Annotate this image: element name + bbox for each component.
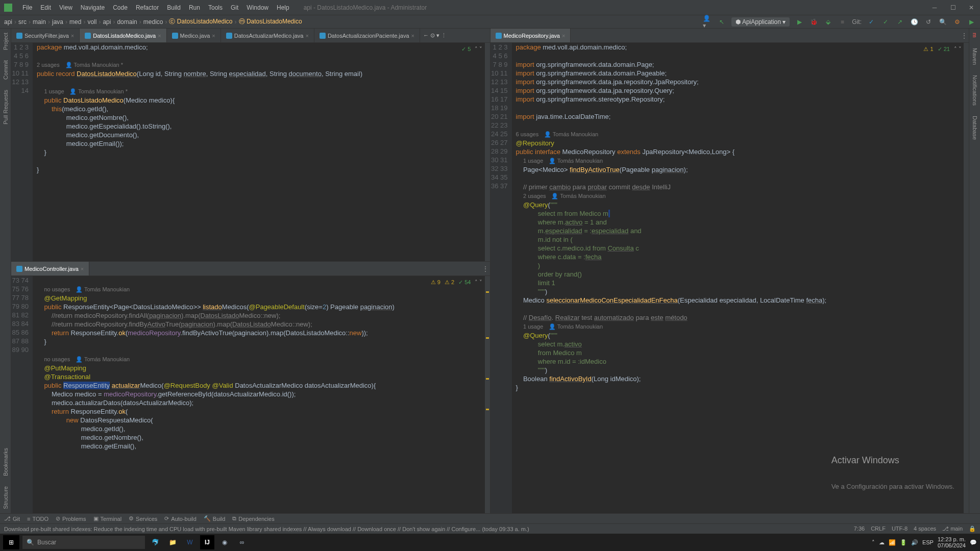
menu-code[interactable]: Code bbox=[109, 4, 132, 11]
editor-right[interactable]: ⚠ 1✓ 21˄ ˅ 1 2 3 4 5 6 7 8 9 10 11 12 13… bbox=[491, 43, 969, 513]
tab-datoslistado[interactable]: DatosListadoMedico.java× bbox=[80, 29, 166, 42]
tray-notifications-icon[interactable]: 💬 bbox=[970, 539, 977, 546]
git-push-icon[interactable]: ↗ bbox=[895, 17, 904, 27]
tool-notifications[interactable]: Notifications bbox=[972, 75, 978, 106]
tab-medico[interactable]: Medico.java× bbox=[167, 29, 221, 42]
menu-build[interactable]: Build bbox=[163, 4, 185, 11]
menu-file[interactable]: File bbox=[18, 4, 36, 11]
taskbar-app-1[interactable]: 🐬 bbox=[148, 535, 162, 549]
taskbar-copilot[interactable]: ∞ bbox=[235, 535, 249, 549]
menu-edit[interactable]: Edit bbox=[36, 4, 55, 11]
bc-api[interactable]: api bbox=[4, 18, 12, 26]
status-branch[interactable]: ⎇ main bbox=[942, 525, 963, 532]
plugin-icon[interactable]: ▶ bbox=[967, 17, 976, 27]
status-indent[interactable]: 4 spaces bbox=[914, 525, 936, 532]
code-right[interactable]: package med.voll.api.domain.medico; impo… bbox=[512, 43, 969, 513]
tool-database[interactable]: Database bbox=[972, 116, 978, 140]
start-button[interactable]: ⊞ bbox=[3, 535, 19, 549]
menu-tools[interactable]: Tools bbox=[204, 4, 227, 11]
bc-api2[interactable]: api bbox=[103, 18, 111, 26]
menu-window[interactable]: Window bbox=[242, 4, 273, 11]
bc-class[interactable]: ⓒ DatosListadoMedico bbox=[169, 17, 232, 26]
taskbar-word[interactable]: W bbox=[183, 535, 197, 549]
code-top-left[interactable]: package med.voll.api.domain.medico; 2 us… bbox=[33, 43, 490, 261]
tray-onedrive-icon[interactable]: ☁ bbox=[879, 539, 885, 546]
tab-securityfilter[interactable]: SecurityFilter.java× bbox=[11, 29, 80, 42]
tab-medicocontroller[interactable]: MedicoController.java× bbox=[11, 262, 89, 276]
bc-domain[interactable]: domain bbox=[117, 18, 137, 26]
bc-java[interactable]: java bbox=[52, 18, 63, 26]
ide-settings-icon[interactable]: ⚙ bbox=[952, 17, 962, 27]
git-commit-icon[interactable]: ✓ bbox=[881, 17, 890, 27]
debug-icon[interactable]: 🐞 bbox=[809, 17, 818, 27]
tab-overflow[interactable]: ← ⊙ ▾ ⋮ bbox=[420, 29, 450, 42]
tray-wifi-icon[interactable]: 📶 bbox=[889, 539, 896, 546]
tab-more-icon[interactable]: ⋮ bbox=[481, 264, 490, 273]
scrollbar-bl[interactable] bbox=[485, 276, 490, 513]
tool-m[interactable]: m bbox=[972, 33, 978, 38]
tool-build[interactable]: 🔨 Build bbox=[204, 515, 225, 522]
tray-volume-icon[interactable]: 🔊 bbox=[911, 539, 918, 546]
git-revert-icon[interactable]: ↺ bbox=[924, 17, 933, 27]
menu-navigate[interactable]: Navigate bbox=[77, 4, 109, 11]
bc-main[interactable]: main bbox=[33, 18, 46, 26]
tool-bookmarks[interactable]: Bookmarks bbox=[3, 448, 9, 476]
back-arrow-icon[interactable]: ↖ bbox=[717, 17, 726, 27]
tool-problems[interactable]: ⊘ Problems bbox=[56, 515, 86, 522]
tab-more-right-icon[interactable]: ⋮ bbox=[960, 31, 969, 40]
tab-datosactualizar[interactable]: DatosActualizarMedico.java× bbox=[221, 29, 314, 42]
taskbar-chrome[interactable]: ◉ bbox=[217, 535, 232, 549]
tray-clock[interactable]: 12:23 p. m. 07/06/2024 bbox=[938, 536, 966, 548]
menu-git[interactable]: Git bbox=[227, 4, 242, 11]
tool-deps[interactable]: ⧉ Dependencies bbox=[232, 515, 274, 522]
run-icon[interactable]: ▶ bbox=[795, 17, 804, 27]
tool-autobuild[interactable]: ⟳ Auto-build bbox=[164, 515, 197, 522]
menu-help[interactable]: Help bbox=[273, 4, 293, 11]
tool-pullrequests[interactable]: Pull Requests bbox=[3, 90, 9, 124]
editor-top-left[interactable]: ✓ 5˄ ˅ 1 2 3 4 5 6 7 8 9 10 11 12 13 14 … bbox=[11, 43, 490, 261]
bc-method[interactable]: ⓜ DatosListadoMedico bbox=[239, 17, 302, 26]
tool-commit[interactable]: Commit bbox=[3, 60, 9, 80]
tool-services[interactable]: ⚙ Services bbox=[129, 515, 157, 522]
taskbar-search[interactable]: 🔍 Buscar bbox=[22, 536, 145, 549]
status-lock-icon[interactable]: 🔒 bbox=[969, 525, 976, 532]
tab-datosactpaciente[interactable]: DatosActualizacionPaciente.java× bbox=[314, 29, 420, 42]
bc-med[interactable]: med bbox=[69, 18, 81, 26]
taskbar-explorer[interactable]: 📁 bbox=[165, 535, 180, 549]
editor-bottom-left[interactable]: ⚠ 9⚠ 2✓ 54˄ ˅ 73 74 75 76 77 78 79 80 81… bbox=[11, 276, 490, 513]
menu-view[interactable]: View bbox=[55, 4, 77, 11]
bc-voll[interactable]: voll bbox=[87, 18, 96, 26]
tool-project[interactable]: Project bbox=[3, 33, 9, 50]
tool-structure[interactable]: Structure bbox=[3, 486, 9, 509]
scrollbar-r[interactable] bbox=[964, 43, 969, 513]
taskbar-intellij[interactable]: IJ bbox=[200, 535, 214, 549]
coverage-icon[interactable]: ⬙ bbox=[823, 17, 832, 27]
scrollbar[interactable] bbox=[485, 43, 490, 261]
status-pos[interactable]: 7:36 bbox=[854, 525, 865, 532]
bc-src[interactable]: src bbox=[18, 18, 27, 26]
run-config-selector[interactable]: ⬢ ApiApplication ▾ bbox=[731, 17, 790, 27]
status-enc[interactable]: UTF-8 bbox=[892, 525, 908, 532]
tab-medicorepository[interactable]: MedicoRepository.java× bbox=[491, 29, 571, 42]
code-bottom-left[interactable]: no usages 👤 Tomás Manoukian @GetMapping … bbox=[33, 276, 490, 513]
status-message[interactable]: Download pre-built shared indexes: Reduc… bbox=[4, 526, 529, 532]
breadcrumb[interactable]: api› src› main› java› med› voll› api› do… bbox=[4, 17, 302, 26]
tool-maven[interactable]: Maven bbox=[972, 48, 978, 65]
user-icon[interactable]: 👤▾ bbox=[703, 17, 712, 27]
tray-battery-icon[interactable]: 🔋 bbox=[900, 539, 907, 546]
menu-run[interactable]: Run bbox=[185, 4, 204, 11]
search-icon[interactable]: 🔍 bbox=[938, 17, 947, 27]
git-history-icon[interactable]: 🕓 bbox=[910, 17, 919, 27]
stop-icon[interactable]: ■ bbox=[838, 17, 847, 27]
tool-terminal[interactable]: ▣ Terminal bbox=[93, 515, 122, 522]
tray-chevron-icon[interactable]: ˄ bbox=[872, 539, 875, 546]
close-icon[interactable]: ✕ bbox=[967, 3, 976, 12]
git-update-icon[interactable]: ✓ bbox=[867, 17, 876, 27]
status-crlf[interactable]: CRLF bbox=[871, 525, 886, 532]
tool-todo[interactable]: ≡ TODO bbox=[27, 516, 48, 522]
maximize-icon[interactable]: ☐ bbox=[948, 3, 958, 12]
menu-refactor[interactable]: Refactor bbox=[132, 4, 163, 11]
minimize-icon[interactable]: ─ bbox=[930, 3, 939, 12]
bc-medico[interactable]: medico bbox=[143, 18, 163, 26]
tray-lang[interactable]: ESP bbox=[922, 539, 934, 545]
